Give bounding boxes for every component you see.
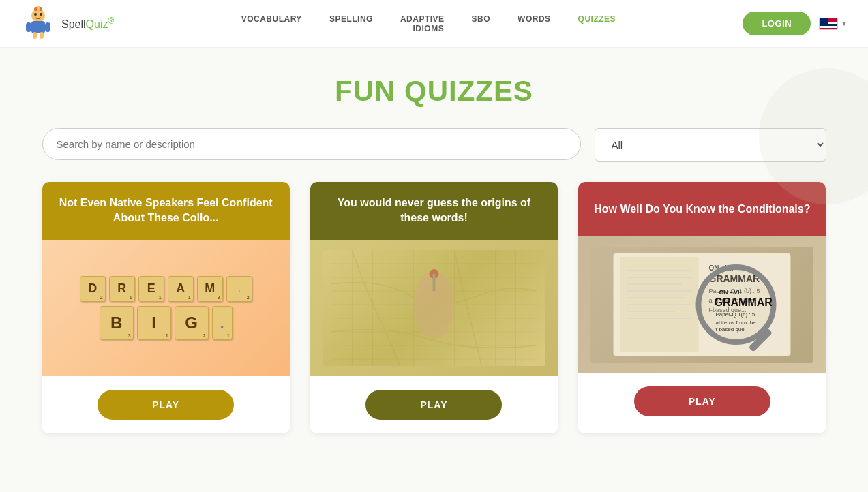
- svg-rect-1: [31, 21, 45, 33]
- map-illustration: [310, 240, 558, 376]
- nav-vocabulary[interactable]: VOCABULARY: [241, 14, 302, 24]
- scrabble-illustration: D2 R1 E1 A1 M3 ,2 B3 I1 G2 .1: [80, 276, 252, 340]
- card-1-play-button[interactable]: PLAY: [98, 390, 234, 420]
- tile-i: I1: [137, 306, 171, 340]
- svg-text:Paper-Q.1(b) : 5: Paper-Q.1(b) : 5: [716, 311, 755, 318]
- svg-point-6: [34, 13, 37, 16]
- nav-quizzes[interactable]: QUIZZES: [578, 14, 616, 24]
- search-input-wrap: [42, 128, 581, 162]
- nav-right: LOGIN ▼: [743, 12, 848, 35]
- card-3-play-area: PLAY: [578, 373, 826, 430]
- nav-spelling[interactable]: SPELLING: [329, 14, 373, 24]
- nav-adaptive[interactable]: ADAPTIVE: [400, 14, 445, 24]
- card-1-play-area: PLAY: [42, 376, 290, 433]
- logo-character-icon: [20, 6, 56, 42]
- nav-words[interactable]: WORDS: [518, 14, 551, 24]
- tile-r: R1: [109, 276, 135, 302]
- svg-rect-4: [33, 32, 37, 39]
- svg-point-7: [40, 13, 42, 16]
- quiz-card-2: You would never guess the origins of the…: [310, 182, 558, 433]
- tile-d: D2: [80, 276, 106, 302]
- svg-rect-3: [45, 22, 50, 32]
- tile-m: M3: [197, 276, 223, 302]
- scrabble-row-2: B3 I1 G2 .1: [100, 306, 233, 340]
- language-selector[interactable]: ▼: [819, 18, 848, 30]
- card-3-image: ON - VII GRAMMAR Paper - Q. 1 (b) : 5 al…: [578, 236, 826, 373]
- tile-g: G2: [175, 306, 209, 340]
- svg-rect-2: [26, 22, 31, 32]
- svg-rect-9: [37, 6, 40, 11]
- book-illustration: ON - VII GRAMMAR Paper - Q. 1 (b) : 5 al…: [590, 247, 813, 363]
- us-flag-icon: [819, 18, 838, 30]
- svg-text:GRAMMAR: GRAMMAR: [715, 296, 773, 308]
- main-content: FUN QUIZZES All Not Even Native Speakers…: [0, 48, 868, 461]
- card-2-title: You would never guess the origins of the…: [324, 196, 544, 226]
- book-svg: ON - VII GRAMMAR Paper - Q. 1 (b) : 5 al…: [590, 247, 813, 363]
- search-filter-row: All: [42, 128, 826, 162]
- login-button[interactable]: LOGIN: [743, 12, 811, 35]
- nav-bottom-row: IDIOMS: [413, 24, 445, 33]
- card-1-image: D2 R1 E1 A1 M3 ,2 B3 I1 G2 .1: [42, 240, 290, 376]
- card-3-title: How Well Do You Know the Conditionals?: [594, 202, 810, 217]
- svg-rect-31: [432, 274, 435, 291]
- card-2-header: You would never guess the origins of the…: [310, 182, 558, 240]
- nav-top-row: VOCABULARY SPELLING ADAPTIVE SBO WORDS Q…: [241, 14, 616, 24]
- card-3-play-button[interactable]: PLAY: [634, 386, 770, 416]
- nav-sbo[interactable]: SBO: [472, 14, 491, 24]
- header: SpellQuiz® VOCABULARY SPELLING ADAPTIVE …: [0, 0, 868, 48]
- nav-idioms[interactable]: IDIOMS: [413, 24, 445, 33]
- cards-row: Not Even Native Speakers Feel Confident …: [42, 182, 826, 433]
- chevron-down-icon: ▼: [841, 20, 848, 27]
- logo[interactable]: SpellQuiz®: [20, 6, 114, 42]
- tile-period: .1: [212, 306, 233, 340]
- card-2-play-area: PLAY: [310, 376, 558, 433]
- tile-b: B3: [100, 306, 134, 340]
- svg-text:t-based que: t-based que: [716, 326, 745, 333]
- quiz-card-3: How Well Do You Know the Conditionals?: [578, 182, 826, 433]
- card-2-play-button[interactable]: PLAY: [365, 390, 502, 420]
- svg-text:al items from the: al items from the: [716, 320, 757, 326]
- main-nav: VOCABULARY SPELLING ADAPTIVE SBO WORDS Q…: [241, 14, 616, 33]
- scrabble-row-1: D2 R1 E1 A1 M3 ,2: [80, 276, 252, 302]
- card-1-title: Not Even Native Speakers Feel Confident …: [56, 196, 276, 226]
- card-2-image: [310, 240, 558, 376]
- quiz-card-1: Not Even Native Speakers Feel Confident …: [42, 182, 290, 433]
- svg-text:ON - VII: ON - VII: [719, 289, 742, 296]
- page-title: FUN QUIZZES: [41, 75, 827, 108]
- tile-a: A1: [168, 276, 194, 302]
- tile-e: E1: [138, 276, 164, 302]
- map-svg: [323, 250, 545, 366]
- svg-rect-5: [40, 32, 44, 39]
- card-1-header: Not Even Native Speakers Feel Confident …: [42, 182, 290, 240]
- map-background: [323, 250, 545, 366]
- logo-text: SpellQuiz®: [61, 16, 114, 31]
- tile-comma: ,2: [226, 276, 252, 302]
- search-input[interactable]: [42, 128, 581, 160]
